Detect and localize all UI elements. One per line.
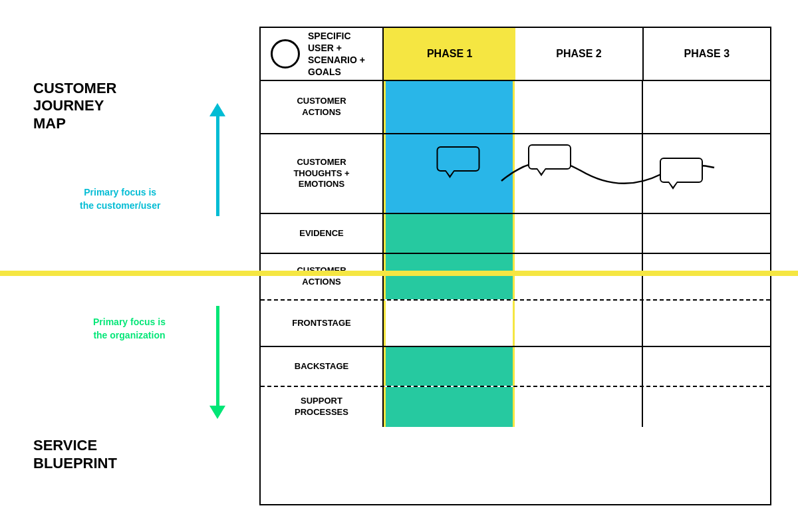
phase3-evidence xyxy=(643,214,770,253)
phase3-backstage xyxy=(643,347,770,386)
arrow-up-head xyxy=(209,103,225,116)
label-evidence: EVIDENCE xyxy=(261,214,384,253)
label-frontstage: FRONTSTAGE xyxy=(261,301,384,346)
phase2-customer-actions-top xyxy=(515,81,643,133)
row-customer-actions-bottom: CUSTOMERACTIONS xyxy=(261,254,770,301)
phase1-frontstage xyxy=(384,301,515,346)
phase2-customer-actions-bottom xyxy=(515,254,643,299)
row-evidence: EVIDENCE xyxy=(261,214,770,254)
phase3-header: PHASE 3 xyxy=(644,28,770,80)
phase1-backstage xyxy=(384,347,515,386)
phase2-frontstage xyxy=(515,301,643,346)
service-blueprint-label: SERVICEBLUEPRINT xyxy=(33,437,117,472)
customer-journey-label: CUSTOMERJOURNEYMAP xyxy=(33,80,117,132)
yellow-divider-line xyxy=(0,271,798,276)
bubble2-tail-inner xyxy=(537,168,545,174)
speech-bubble-phase1 xyxy=(436,146,479,172)
phase1-support xyxy=(384,387,515,427)
row-customer-actions-top: CUSTOMERACTIONS xyxy=(261,81,770,134)
arrow-down-icon xyxy=(209,306,225,419)
phase3-customer-actions-top xyxy=(643,81,770,133)
phase3-frontstage xyxy=(643,301,770,346)
arrow-up-shaft xyxy=(216,116,219,216)
row-thoughts-emotions: CUSTOMERTHOUGHTS +EMOTIONS xyxy=(261,134,770,214)
label-customer-actions-top: CUSTOMERACTIONS xyxy=(261,81,384,133)
user-scenario-text: SPECIFIC USER + SCENARIO + GOALS xyxy=(308,30,372,78)
phase2-thoughts xyxy=(515,134,643,213)
phase2-support xyxy=(515,387,643,427)
bubble3-tail-inner xyxy=(669,182,677,187)
label-support-processes: SUPPORTPROCESSES xyxy=(261,387,384,427)
row-frontstage: FRONTSTAGE xyxy=(261,301,770,347)
phase2-header: PHASE 2 xyxy=(515,28,643,80)
phase1-customer-actions-top xyxy=(384,81,515,133)
row-support-processes: SUPPORTPROCESSES xyxy=(261,387,770,427)
arrow-up-icon xyxy=(209,103,225,216)
phase2-evidence xyxy=(515,214,643,253)
primary-focus-org-text: Primary focus isthe organization xyxy=(93,316,166,342)
journey-map-grid: SPECIFIC USER + SCENARIO + GOALS PHASE 1… xyxy=(259,27,771,505)
phase1-customer-actions-bottom xyxy=(384,254,515,299)
phase1-evidence xyxy=(384,214,515,253)
phase1-header: PHASE 1 xyxy=(384,28,515,80)
phase3-thoughts xyxy=(643,134,770,213)
header-row: SPECIFIC USER + SCENARIO + GOALS PHASE 1… xyxy=(261,28,770,81)
user-avatar-circle xyxy=(271,39,300,68)
phase3-customer-actions-bottom xyxy=(643,254,770,299)
row-backstage: BACKSTAGE xyxy=(261,347,770,387)
arrow-down-shaft xyxy=(216,306,219,406)
label-backstage: BACKSTAGE xyxy=(261,347,384,386)
bubble-tail-inner xyxy=(446,170,454,176)
left-sidebar: CUSTOMERJOURNEYMAP Primary focus isthe c… xyxy=(0,0,259,532)
label-thoughts-emotions: CUSTOMERTHOUGHTS +EMOTIONS xyxy=(261,134,384,213)
primary-focus-customer-text: Primary focus isthe customer/user xyxy=(80,186,160,212)
phase2-backstage xyxy=(515,347,643,386)
phase3-support xyxy=(643,387,770,427)
label-customer-actions-bottom: CUSTOMERACTIONS xyxy=(261,254,384,299)
speech-bubble-phase3 xyxy=(660,158,703,183)
user-scenario-cell: SPECIFIC USER + SCENARIO + GOALS xyxy=(261,28,384,80)
phase1-thoughts xyxy=(384,134,515,213)
main-container: CUSTOMERJOURNEYMAP Primary focus isthe c… xyxy=(0,0,798,532)
arrow-down-head xyxy=(209,406,225,419)
speech-bubble-phase2 xyxy=(528,144,571,170)
